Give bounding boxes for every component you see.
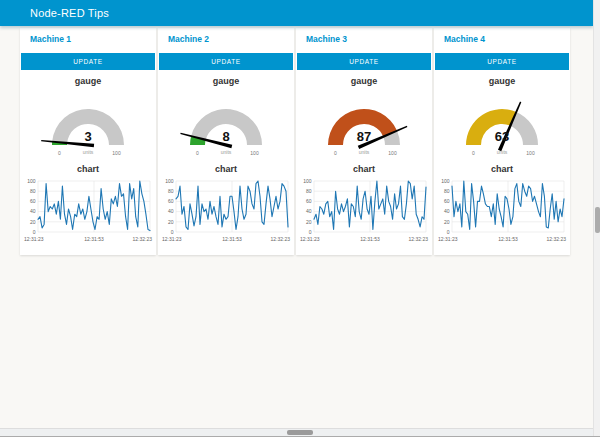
gauge-widget-title: gauge: [158, 76, 294, 86]
svg-text:12:32:23: 12:32:23: [409, 236, 429, 242]
svg-text:80: 80: [168, 188, 174, 194]
svg-text:40: 40: [168, 208, 174, 214]
svg-text:0: 0: [472, 150, 475, 156]
svg-text:100: 100: [165, 178, 174, 184]
svg-text:40: 40: [306, 208, 312, 214]
svg-text:80: 80: [306, 188, 312, 194]
machine-card-title: Machine 1: [30, 34, 71, 44]
gauge-widget: gauge 87units0100: [296, 76, 432, 159]
line-chart: 10080604020012:31:2312:31:5312:32:23: [437, 176, 567, 248]
svg-text:0: 0: [309, 229, 312, 235]
svg-text:0: 0: [334, 150, 337, 156]
svg-text:12:31:53: 12:31:53: [360, 236, 380, 242]
line-chart: 10080604020012:31:2312:31:5312:32:23: [23, 176, 153, 248]
update-button[interactable]: UPDATE: [159, 53, 293, 70]
svg-text:100: 100: [112, 150, 121, 156]
gauge-chart: 8units0100: [166, 87, 286, 159]
svg-text:100: 100: [27, 178, 36, 184]
gauge-widget-title: gauge: [20, 76, 156, 86]
gauge-widget: gauge 8units0100: [158, 76, 294, 159]
update-button[interactable]: UPDATE: [297, 53, 431, 70]
svg-text:60: 60: [306, 198, 312, 204]
svg-text:8: 8: [222, 129, 229, 144]
svg-text:100: 100: [250, 150, 259, 156]
chart-widget-title: chart: [20, 164, 156, 174]
app-title: Node-RED Tips: [30, 7, 109, 19]
svg-text:12:32:23: 12:32:23: [271, 236, 291, 242]
chart-widget-title: chart: [296, 164, 432, 174]
svg-text:20: 20: [444, 219, 450, 225]
svg-text:0: 0: [196, 150, 199, 156]
svg-text:12:31:53: 12:31:53: [222, 236, 242, 242]
chart-widget: chart 10080604020012:31:2312:31:5312:32:…: [158, 164, 294, 248]
svg-text:87: 87: [357, 129, 371, 144]
svg-text:3: 3: [84, 129, 91, 144]
svg-text:20: 20: [306, 219, 312, 225]
chart-widget-title: chart: [434, 164, 570, 174]
gauge-chart: 63units0100: [442, 87, 562, 159]
svg-text:0: 0: [447, 229, 450, 235]
update-button[interactable]: UPDATE: [435, 53, 569, 70]
svg-text:12:31:53: 12:31:53: [84, 236, 104, 242]
horizontal-scrollbar-thumb[interactable]: [287, 430, 313, 435]
svg-text:100: 100: [388, 150, 397, 156]
gauge-widget: gauge 63units0100: [434, 76, 570, 159]
svg-text:40: 40: [30, 208, 36, 214]
svg-text:units: units: [497, 149, 508, 155]
svg-text:units: units: [359, 149, 370, 155]
chart-widget-title: chart: [158, 164, 294, 174]
chart-widget: chart 10080604020012:31:2312:31:5312:32:…: [296, 164, 432, 248]
gauge-widget-title: gauge: [296, 76, 432, 86]
machine-card-title: Machine 4: [444, 34, 485, 44]
svg-text:100: 100: [441, 178, 450, 184]
svg-text:12:32:23: 12:32:23: [133, 236, 153, 242]
machine-card: Machine 3 UPDATE gauge 87units0100 chart…: [296, 28, 432, 255]
svg-text:20: 20: [30, 219, 36, 225]
dashboard-cards-row: Machine 1 UPDATE gauge 3units0100 chart …: [20, 28, 570, 255]
svg-text:80: 80: [444, 188, 450, 194]
vertical-scrollbar-thumb[interactable]: [595, 207, 600, 233]
svg-text:units: units: [221, 149, 232, 155]
gauge-chart: 87units0100: [304, 87, 424, 159]
vertical-scrollbar[interactable]: [593, 0, 600, 437]
machine-card-title: Machine 2: [168, 34, 209, 44]
svg-text:100: 100: [526, 150, 535, 156]
horizontal-scrollbar[interactable]: [0, 428, 600, 436]
svg-text:60: 60: [444, 198, 450, 204]
svg-text:units: units: [83, 149, 94, 155]
svg-text:12:31:53: 12:31:53: [498, 236, 518, 242]
gauge-widget: gauge 3units0100: [20, 76, 156, 159]
svg-text:80: 80: [30, 188, 36, 194]
svg-text:12:32:23: 12:32:23: [547, 236, 567, 242]
svg-text:0: 0: [58, 150, 61, 156]
svg-text:12:31:23: 12:31:23: [300, 236, 320, 242]
app-header: Node-RED Tips: [0, 0, 593, 26]
svg-text:63: 63: [495, 129, 509, 144]
svg-text:12:31:23: 12:31:23: [438, 236, 458, 242]
svg-text:0: 0: [171, 229, 174, 235]
machine-card: Machine 2 UPDATE gauge 8units0100 chart …: [158, 28, 294, 255]
svg-text:40: 40: [444, 208, 450, 214]
machine-card: Machine 4 UPDATE gauge 63units0100 chart…: [434, 28, 570, 255]
machine-card: Machine 1 UPDATE gauge 3units0100 chart …: [20, 28, 156, 255]
gauge-widget-title: gauge: [434, 76, 570, 86]
line-chart: 10080604020012:31:2312:31:5312:32:23: [299, 176, 429, 248]
gauge-chart: 3units0100: [28, 87, 148, 159]
svg-text:0: 0: [33, 229, 36, 235]
svg-text:60: 60: [30, 198, 36, 204]
svg-text:12:31:23: 12:31:23: [24, 236, 44, 242]
svg-text:60: 60: [168, 198, 174, 204]
chart-widget: chart 10080604020012:31:2312:31:5312:32:…: [434, 164, 570, 248]
chart-widget: chart 10080604020012:31:2312:31:5312:32:…: [20, 164, 156, 248]
update-button[interactable]: UPDATE: [21, 53, 155, 70]
svg-text:20: 20: [168, 219, 174, 225]
line-chart: 10080604020012:31:2312:31:5312:32:23: [161, 176, 291, 248]
svg-text:12:31:23: 12:31:23: [162, 236, 182, 242]
machine-card-title: Machine 3: [306, 34, 347, 44]
svg-text:100: 100: [303, 178, 312, 184]
